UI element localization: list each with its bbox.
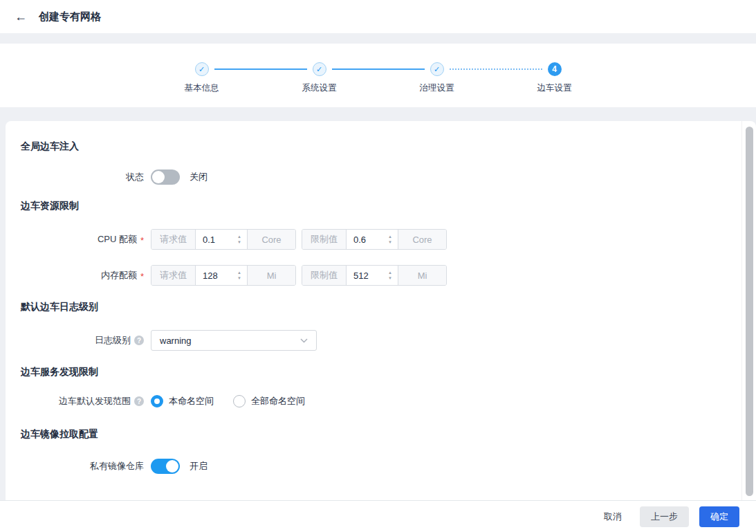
help-icon[interactable]: ? [134, 336, 144, 345]
chevron-down-icon [300, 338, 308, 343]
action-footer: 取消 上一步 确定 [0, 500, 756, 532]
memory-limit-stepper[interactable]: ▲▼ [382, 270, 398, 280]
global-injection-toggle-state: 关闭 [190, 171, 208, 183]
radio-option-all-namespaces[interactable]: 全部命名空间 [233, 395, 305, 407]
section-title-image-pull: 边车镜像拉取配置 [21, 428, 728, 441]
step-3-done-circle: ✓ [430, 62, 444, 76]
check-icon: ✓ [199, 66, 205, 73]
memory-request-addon: 请求值 [151, 266, 196, 285]
memory-request-input[interactable] [196, 266, 232, 285]
radio-unchecked-icon [233, 395, 246, 407]
back-arrow-icon[interactable]: ← [11, 7, 30, 26]
cpu-limit-stepper[interactable]: ▲▼ [382, 235, 398, 244]
section-title-service-discovery: 边车服务发现限制 [21, 366, 728, 378]
wizard-stepper: ✓ ✓ ✓ 4 基本信息 系统设置 治理设置 边车设置 [0, 44, 756, 107]
scrollbar-thumb[interactable] [746, 127, 753, 496]
step-number: 4 [552, 64, 557, 74]
step-label-system-settings[interactable]: 系统设置 [302, 82, 337, 94]
required-asterisk: * [140, 272, 144, 281]
page-header: ← 创建专有网格 [0, 0, 756, 33]
log-level-select[interactable]: warning [151, 330, 317, 351]
stepper-connector-2 [332, 68, 425, 70]
check-icon: ✓ [434, 66, 440, 73]
memory-request-group: 请求值 ▲▼ Mi [151, 265, 296, 286]
global-injection-toggle[interactable] [151, 169, 180, 185]
step-4-active-circle: 4 [548, 62, 562, 76]
status-label: 状态 [126, 171, 144, 183]
radio-checked-icon [151, 395, 163, 407]
check-icon: ✓ [316, 66, 322, 73]
discovery-scope-label: 边车默认发现范围 [59, 395, 131, 407]
log-level-label: 日志级别 [95, 334, 131, 347]
private-registry-row: 私有镜像仓库 开启 [21, 459, 728, 474]
memory-limit-input[interactable] [347, 266, 382, 285]
memory-limit-unit: Mi [398, 266, 446, 285]
form-panel: 全局边车注入 状态 关闭 边车资源限制 CPU 配额 * 请求值 ▲▼ Core [6, 121, 756, 500]
toggle-knob [166, 460, 178, 473]
log-level-selected-value: warning [160, 336, 192, 346]
cpu-quota-row: CPU 配额 * 请求值 ▲▼ Core 限制值 ▲▼ Core [21, 229, 728, 250]
previous-step-button[interactable]: 上一步 [640, 506, 689, 527]
memory-limit-addon: 限制值 [302, 266, 347, 285]
toggle-knob [152, 171, 165, 183]
vertical-scrollbar[interactable] [745, 121, 755, 500]
cpu-request-stepper[interactable]: ▲▼ [232, 235, 247, 244]
stepper-connector-3 [450, 68, 542, 70]
cpu-request-input[interactable] [196, 230, 232, 249]
page-title: 创建专有网格 [39, 10, 101, 24]
cpu-request-group: 请求值 ▲▼ Core [151, 229, 296, 250]
cpu-request-addon: 请求值 [151, 230, 196, 249]
step-1-done-circle: ✓ [195, 62, 209, 76]
discovery-scope-row: 边车默认发现范围 ? 本命名空间 全部命名空间 [21, 395, 728, 407]
content-edge-divider [741, 121, 742, 500]
step-label-sidecar[interactable]: 边车设置 [537, 82, 572, 94]
step-label-basic-info[interactable]: 基本信息 [185, 82, 219, 94]
private-registry-toggle[interactable] [151, 459, 180, 474]
cpu-limit-input[interactable] [347, 230, 382, 249]
cpu-quota-label: CPU 配额 [98, 233, 137, 246]
section-title-log-level: 默认边车日志级别 [21, 301, 728, 313]
log-level-row: 日志级别 ? warning [21, 330, 728, 351]
memory-request-stepper[interactable]: ▲▼ [232, 270, 247, 280]
cancel-button[interactable]: 取消 [597, 506, 629, 527]
cpu-limit-addon: 限制值 [302, 230, 347, 249]
cpu-limit-group: 限制值 ▲▼ Core [302, 229, 447, 250]
stepper-connector-1 [214, 68, 307, 70]
memory-quota-label: 内存配额 [101, 269, 137, 282]
section-title-resource-limits: 边车资源限制 [21, 200, 728, 212]
step-label-governance[interactable]: 治理设置 [420, 82, 454, 94]
private-registry-toggle-state: 开启 [190, 460, 208, 473]
section-title-global-injection: 全局边车注入 [21, 140, 728, 153]
memory-quota-row: 内存配额 * 请求值 ▲▼ Mi 限制值 ▲▼ Mi [21, 265, 728, 286]
private-registry-label: 私有镜像仓库 [90, 460, 144, 473]
step-2-done-circle: ✓ [313, 62, 326, 76]
required-asterisk: * [140, 236, 144, 245]
help-icon[interactable]: ? [134, 396, 144, 406]
cpu-request-unit: Core [247, 230, 295, 249]
status-row: 状态 关闭 [21, 169, 728, 185]
confirm-button[interactable]: 确定 [699, 506, 739, 527]
memory-request-unit: Mi [247, 266, 295, 285]
radio-option-own-namespace[interactable]: 本命名空间 [151, 395, 214, 407]
memory-limit-group: 限制值 ▲▼ Mi [302, 265, 447, 286]
cpu-limit-unit: Core [398, 230, 446, 249]
